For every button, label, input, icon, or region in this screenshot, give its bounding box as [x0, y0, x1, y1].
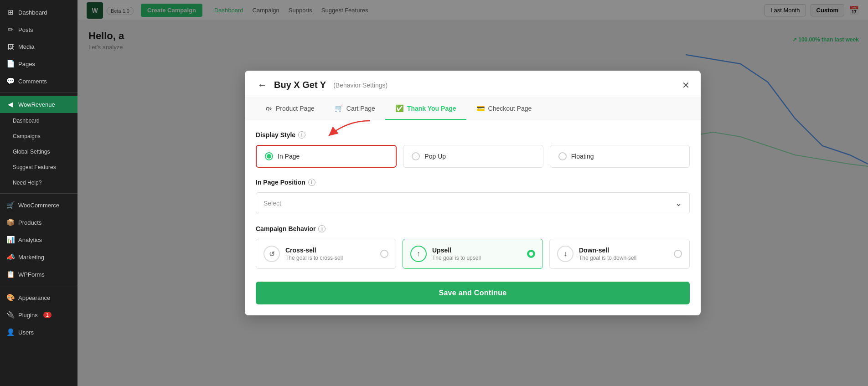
- sidebar-item-label: Marketing: [18, 254, 44, 261]
- product-page-icon: 🛍: [266, 105, 273, 113]
- sidebar-item-dashboard-sub[interactable]: Dashboard: [0, 113, 78, 129]
- modal-back-button[interactable]: ←: [256, 80, 269, 90]
- in-page-position-label: In Page Position i: [256, 179, 690, 186]
- style-option-floating[interactable]: Floating: [550, 145, 690, 168]
- behavior-options: ↺ Cross-sell The goal is to cross-sell ↑…: [256, 239, 690, 269]
- tab-bar: 🛍 Product Page 🛒 Cart Page ✅ Thank You P…: [245, 98, 701, 120]
- sidebar-item-label: WooCommerce: [18, 202, 59, 209]
- sidebar-item-label: WPForms: [18, 271, 45, 278]
- sidebar-item-plugins[interactable]: 🔌 Plugins 1: [0, 306, 78, 324]
- tab-product-page[interactable]: 🛍 Product Page: [256, 98, 325, 120]
- pages-icon: 📄: [6, 60, 15, 68]
- sidebar-item-label: Media: [18, 43, 34, 50]
- wowrevenue-icon: ◀: [6, 100, 15, 108]
- plugins-icon: 🔌: [6, 311, 15, 319]
- display-style-label: Display Style i: [256, 131, 690, 139]
- comments-icon: 💬: [6, 77, 15, 85]
- modal-subtitle: (Behavior Settings): [333, 82, 388, 89]
- sidebar-item-label: Appearance: [18, 294, 50, 301]
- behavior-down-sell[interactable]: ↓ Down-sell The goal is to down-sell: [549, 239, 690, 269]
- sidebar-item-woocommerce[interactable]: 🛒 WooCommerce: [0, 196, 78, 214]
- tab-thank-you-page[interactable]: ✅ Thank You Page: [385, 98, 466, 120]
- cross-sell-text: Cross-sell The goal is to cross-sell: [285, 247, 375, 261]
- tab-cart-page[interactable]: 🛒 Cart Page: [325, 98, 385, 120]
- sidebar-item-label: Posts: [18, 26, 33, 33]
- modal-header: ← Buy X Get Y (Behavior Settings) ✕: [245, 71, 701, 98]
- sidebar-item-wowrevenue[interactable]: ◀ WowRevenue: [0, 96, 78, 113]
- campaign-behavior-label: Campaign Behavior i: [256, 225, 690, 232]
- sidebar-item-label: Dashboard: [18, 9, 47, 16]
- appearance-icon: 🎨: [6, 293, 15, 302]
- in-page-radio-dot: [267, 154, 271, 159]
- divider: [0, 286, 78, 286]
- sidebar-item-suggest-features[interactable]: Suggest Features: [0, 160, 78, 175]
- sidebar-item-label: Pages: [18, 61, 35, 67]
- sidebar-item-label: Comments: [18, 78, 47, 85]
- thank-you-icon: ✅: [395, 104, 404, 113]
- sidebar-item-products[interactable]: 📦 Products: [0, 214, 78, 231]
- campaign-behavior-info-icon[interactable]: i: [318, 225, 326, 232]
- in-page-position-info-icon[interactable]: i: [308, 179, 315, 186]
- analytics-icon: 📊: [6, 236, 15, 244]
- style-option-pop-up[interactable]: Pop Up: [403, 145, 543, 168]
- red-arrow-annotation: [320, 118, 374, 141]
- sidebar-item-wpforms[interactable]: 📋 WPForms: [0, 266, 78, 283]
- floating-radio: [558, 152, 567, 160]
- save-continue-button[interactable]: Save and Continue: [256, 282, 690, 304]
- sidebar-item-marketing[interactable]: 📣 Marketing: [0, 248, 78, 266]
- in-page-label: In Page: [278, 153, 300, 160]
- posts-icon: ✏: [6, 26, 15, 34]
- sidebar-item-comments[interactable]: 💬 Comments: [0, 72, 78, 90]
- dropdown-chevron-icon: ⌄: [675, 198, 682, 208]
- modal: ← Buy X Get Y (Behavior Settings) ✕ 🛍 Pr…: [245, 71, 701, 315]
- sidebar-item-posts[interactable]: ✏ Posts: [0, 21, 78, 38]
- dropdown-placeholder: Select: [264, 200, 281, 207]
- down-sell-text: Down-sell The goal is to down-sell: [579, 247, 668, 261]
- users-icon: 👤: [6, 328, 15, 336]
- sidebar-item-need-help[interactable]: Need Help?: [0, 175, 78, 190]
- sidebar-item-label: Plugins: [18, 312, 38, 319]
- style-option-in-page[interactable]: In Page: [256, 145, 397, 168]
- sidebar-item-campaigns[interactable]: Campaigns: [0, 129, 78, 144]
- sidebar-item-appearance[interactable]: 🎨 Appearance: [0, 289, 78, 306]
- upsell-title: Upsell: [432, 247, 522, 254]
- modal-body: Display Style i: [245, 120, 701, 315]
- display-style-options: In Page Pop Up Floating: [256, 145, 690, 168]
- cross-sell-title: Cross-sell: [285, 247, 375, 254]
- sidebar-item-analytics[interactable]: 📊 Analytics: [0, 231, 78, 248]
- sidebar-sub-label: Suggest Features: [13, 164, 56, 170]
- cross-sell-icon: ↺: [264, 246, 280, 262]
- sidebar-item-global-settings[interactable]: Global Settings: [0, 144, 78, 160]
- upsell-desc: The goal is to upsell: [432, 255, 522, 261]
- sidebar-item-label: Products: [18, 219, 41, 226]
- tab-checkout-page[interactable]: 💳 Checkout Page: [466, 98, 542, 120]
- products-icon: 📦: [6, 218, 15, 226]
- modal-close-button[interactable]: ✕: [682, 81, 690, 90]
- divider: [0, 93, 78, 93]
- behavior-cross-sell[interactable]: ↺ Cross-sell The goal is to cross-sell: [256, 239, 396, 269]
- sidebar-item-pages[interactable]: 📄 Pages: [0, 55, 78, 72]
- upsell-icon: ↑: [410, 246, 427, 262]
- down-sell-icon: ↓: [557, 246, 574, 262]
- sidebar-item-dashboard-wp[interactable]: ⊞ Dashboard: [0, 4, 78, 21]
- sidebar-item-media[interactable]: 🖼 Media: [0, 38, 78, 55]
- down-sell-desc: The goal is to down-sell: [579, 255, 668, 261]
- sidebar-item-label: Users: [18, 329, 34, 336]
- sidebar-item-users[interactable]: 👤 Users: [0, 324, 78, 341]
- cart-page-icon: 🛒: [335, 104, 343, 113]
- woocommerce-icon: 🛒: [6, 201, 15, 209]
- marketing-icon: 📣: [6, 253, 15, 261]
- display-style-info-icon[interactable]: i: [298, 131, 305, 139]
- wpforms-icon: 📋: [6, 270, 15, 278]
- pop-up-radio: [412, 152, 420, 160]
- upsell-radio-dot: [529, 252, 533, 256]
- in-page-position-dropdown[interactable]: Select ⌄: [256, 192, 690, 214]
- modal-title: Buy X Get Y: [274, 80, 326, 90]
- behavior-upsell[interactable]: ↑ Upsell The goal is to upsell: [403, 239, 543, 269]
- cross-sell-desc: The goal is to cross-sell: [285, 255, 375, 261]
- checkout-icon: 💳: [476, 104, 485, 113]
- upsell-radio: [527, 250, 535, 258]
- in-page-radio: [265, 152, 273, 160]
- main-content: W Beta 1.0 Create Campaign Dashboard Cam…: [78, 0, 868, 386]
- sidebar: ⊞ Dashboard ✏ Posts 🖼 Media 📄 Pages 💬 Co…: [0, 0, 78, 386]
